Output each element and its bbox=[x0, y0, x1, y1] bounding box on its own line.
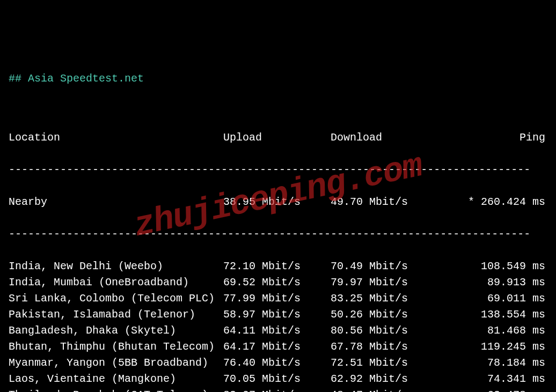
table-row: India, Mumbai (OneBroadband)69.52 Mbit/s… bbox=[9, 275, 547, 291]
cell-ping: 81.468 ms bbox=[438, 323, 545, 339]
header-location: Location bbox=[9, 130, 223, 146]
nearby-upload: 38.95 Mbit/s bbox=[223, 194, 331, 210]
table-row: Bhutan, Thimphu (Bhutan Telecom)64.17 Mb… bbox=[9, 339, 547, 355]
cell-download: 83.25 Mbit/s bbox=[331, 291, 438, 307]
cell-ping: 69.011 ms bbox=[438, 291, 545, 307]
cell-download: 67.78 Mbit/s bbox=[331, 339, 438, 355]
cell-ping: 63.478 ms bbox=[438, 387, 545, 392]
cell-location: Bangladesh, Dhaka (Skytel) bbox=[9, 323, 223, 339]
table-row: Bangladesh, Dhaka (Skytel)64.11 Mbit/s80… bbox=[9, 323, 547, 339]
header-upload: Upload bbox=[223, 130, 331, 146]
cell-download: 80.56 Mbit/s bbox=[331, 323, 438, 339]
divider: ----------------------------------------… bbox=[9, 162, 547, 178]
cell-ping: 89.913 ms bbox=[438, 275, 545, 291]
cell-location: Laos, Vientaine (Mangkone) bbox=[9, 371, 223, 387]
cell-upload: 64.17 Mbit/s bbox=[223, 339, 331, 355]
cell-upload: 72.10 Mbit/s bbox=[223, 258, 331, 275]
cell-download: 79.97 Mbit/s bbox=[331, 275, 438, 291]
cell-location: Bhutan, Thimphu (Bhutan Telecom) bbox=[9, 339, 223, 355]
cell-ping: 78.184 ms bbox=[438, 355, 545, 371]
cell-download: 70.49 Mbit/s bbox=[331, 258, 438, 275]
cell-ping: 138.554 ms bbox=[438, 307, 545, 323]
nearby-row: Nearby38.95 Mbit/s49.70 Mbit/s* 260.424 … bbox=[9, 194, 547, 210]
table-header: LocationUploadDownloadPing bbox=[9, 130, 547, 146]
table-body: India, New Delhi (Weebo)72.10 Mbit/s70.4… bbox=[9, 258, 547, 392]
cell-location: Sri Lanka, Colombo (Telecom PLC) bbox=[9, 291, 223, 307]
cell-upload: 77.99 Mbit/s bbox=[223, 291, 331, 307]
cell-upload: 69.52 Mbit/s bbox=[223, 275, 331, 291]
cell-upload: 64.11 Mbit/s bbox=[223, 323, 331, 339]
cell-location: Myanmar, Yangon (5BB Broadband) bbox=[9, 355, 223, 371]
cell-location: Pakistan, Islamabad (Telenor) bbox=[9, 307, 223, 323]
table-row: Thailand, Bangkok (CAT Telecom)83.07 Mbi… bbox=[9, 387, 547, 392]
cell-ping: 119.245 ms bbox=[438, 339, 545, 355]
cell-location: Thailand, Bangkok (CAT Telecom) bbox=[9, 387, 223, 392]
cell-download: 50.26 Mbit/s bbox=[331, 307, 438, 323]
header-download: Download bbox=[331, 130, 438, 146]
nearby-download: 49.70 Mbit/s bbox=[331, 194, 438, 210]
cell-ping: 74.341 ms bbox=[438, 371, 545, 387]
table-row: Laos, Vientaine (Mangkone)70.05 Mbit/s62… bbox=[9, 371, 547, 387]
nearby-location: Nearby bbox=[9, 194, 223, 210]
cell-upload: 76.40 Mbit/s bbox=[223, 355, 331, 371]
cell-download: 72.51 Mbit/s bbox=[331, 355, 438, 371]
cell-upload: 70.05 Mbit/s bbox=[223, 371, 331, 387]
table-row: Sri Lanka, Colombo (Telecom PLC)77.99 Mb… bbox=[9, 291, 547, 307]
nearby-ping: * 260.424 ms bbox=[438, 194, 545, 210]
cell-location: India, Mumbai (OneBroadband) bbox=[9, 275, 223, 291]
cell-download: 62.92 Mbit/s bbox=[331, 371, 438, 387]
cell-ping: 108.549 ms bbox=[438, 258, 545, 275]
header-ping: Ping bbox=[438, 130, 545, 146]
table-row: India, New Delhi (Weebo)72.10 Mbit/s70.4… bbox=[9, 258, 547, 275]
cell-location: India, New Delhi (Weebo) bbox=[9, 258, 223, 275]
table-row: Pakistan, Islamabad (Telenor)58.97 Mbit/… bbox=[9, 307, 547, 323]
section-title: ## Asia Speedtest.net bbox=[9, 71, 547, 87]
divider: ----------------------------------------… bbox=[9, 226, 547, 242]
cell-upload: 58.97 Mbit/s bbox=[223, 307, 331, 323]
table-row: Myanmar, Yangon (5BB Broadband)76.40 Mbi… bbox=[9, 355, 547, 371]
cell-download: 48.47 Mbit/s bbox=[331, 387, 438, 392]
cell-upload: 83.07 Mbit/s bbox=[223, 387, 331, 392]
